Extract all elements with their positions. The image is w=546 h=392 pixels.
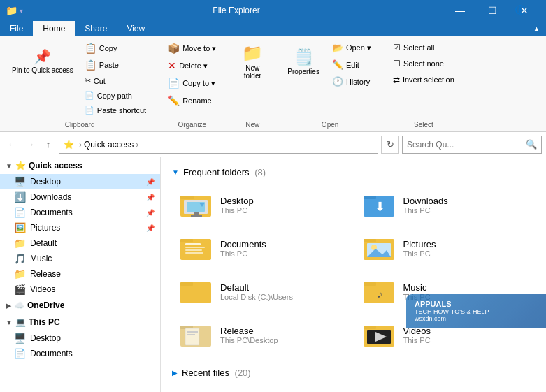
folder-item-desktop[interactable]: Desktop This PC [172, 184, 352, 225]
music-name: Music [403, 282, 431, 293]
downloads-name: Downloads [403, 196, 448, 206]
delete-button[interactable]: ✕ Delete ▾ [163, 58, 213, 73]
open-button[interactable]: 📂 Open ▾ [327, 41, 376, 55]
path-star-icon: ⭐ [64, 140, 74, 150]
forward-button[interactable]: → [22, 137, 38, 152]
recent-count: (20) [235, 368, 251, 378]
onedrive-label: OneDrive [27, 300, 64, 310]
path-separator: › [79, 140, 82, 150]
folder-item-release[interactable]: Release This PC\Desktop [172, 314, 352, 355]
desktop-icon: 🖥️ [14, 176, 26, 187]
paste-shortcut-button[interactable]: 📄 Paste shortcut [80, 103, 151, 117]
sidebar-item-downloads[interactable]: ⬇️ Downloads 📌 [0, 189, 160, 205]
svg-rect-29 [187, 331, 198, 333]
new-label: New [245, 119, 259, 130]
search-box[interactable]: 🔍 [402, 136, 542, 154]
ribbon-info-icon: ⓘ [515, 4, 525, 17]
invert-selection-button[interactable]: ⇄ Invert selection [388, 73, 459, 87]
select-none-icon: ☐ [393, 59, 401, 68]
videos-icon: 🎬 [14, 284, 26, 295]
pictures-folder-svg [363, 235, 396, 261]
sidebar-section-onedrive[interactable]: ▶ ☁️ OneDrive [0, 297, 160, 314]
paste-button[interactable]: 📋 Paste [80, 57, 151, 73]
tab-file[interactable]: File [0, 21, 33, 36]
folder-item-videos[interactable]: Videos This PC [355, 314, 536, 355]
paste-shortcut-label: Paste shortcut [97, 106, 146, 115]
select-none-button[interactable]: ☐ Select none [388, 57, 449, 71]
sidebar-pictures-label: Pictures [30, 223, 60, 233]
move-to-button[interactable]: 📦 Move to ▾ [163, 41, 221, 56]
organize-group: 📦 Move to ▾ ✕ Delete ▾ 📄 Copy to ▾ ✏️ Re… [157, 38, 227, 130]
edit-button[interactable]: ✏️ Edit [327, 57, 376, 72]
sidebar-desktop-label: Desktop [30, 177, 61, 187]
sidebar-release-label: Release [30, 269, 61, 279]
sidebar-default-label: Default [30, 238, 57, 248]
delete-icon: ✕ [168, 60, 176, 71]
folder-item-default[interactable]: Default Local Disk (C:)\Users [172, 271, 352, 312]
this-pc-docs-icon: 📄 [14, 348, 26, 359]
tab-share[interactable]: Share [75, 21, 117, 36]
rename-button[interactable]: ✏️ Rename [163, 93, 217, 108]
sidebar-item-pictures[interactable]: 🖼️ Pictures 📌 [0, 220, 160, 235]
recent-expand-icon: ▶ [172, 369, 178, 377]
copy-button[interactable]: 📋 Copy [80, 41, 151, 56]
invert-label: Invert selection [403, 75, 454, 84]
pictures-icon: 🖼️ [14, 222, 26, 233]
release-folder-icon-wrap [180, 321, 213, 349]
default-folder-icon-wrap [180, 277, 213, 305]
search-input[interactable] [407, 140, 523, 150]
sidebar-item-desktop[interactable]: 🖥️ Desktop 📌 [0, 174, 160, 189]
copy-path-label: Copy path [97, 92, 132, 100]
release-icon: 📁 [14, 268, 26, 280]
sidebar-section-this-pc[interactable]: ▼ 💻 This PC [0, 314, 160, 331]
tab-view[interactable]: View [117, 21, 155, 36]
folder-item-music[interactable]: ♪ Music This PC [355, 271, 536, 312]
frequent-folders-header[interactable]: ▼ Frequent folders (8) [172, 163, 535, 182]
ribbon-collapse-icon[interactable]: ▲ [533, 24, 540, 33]
select-all-button[interactable]: ☑ Select all [388, 41, 440, 55]
refresh-button[interactable]: ↻ [381, 136, 399, 154]
history-label: History [346, 78, 370, 86]
history-button[interactable]: 🕐 History [327, 74, 376, 89]
svg-rect-13 [185, 247, 205, 248]
organize-content: 📦 Move to ▾ ✕ Delete ▾ 📄 Copy to ▾ ✏️ Re… [163, 38, 221, 119]
sidebar-section-quick-access[interactable]: ▼ ⭐ Quick access [0, 157, 160, 174]
folder-item-documents[interactable]: Documents This PC [172, 228, 352, 268]
sidebar-item-documents[interactable]: 📄 Documents 📌 [0, 205, 160, 220]
sidebar-item-release[interactable]: 📁 Release [0, 266, 160, 282]
copy-path-button[interactable]: 📄 Copy path [80, 89, 151, 102]
new-folder-button[interactable]: 📁 Newfolder [233, 41, 272, 82]
tab-home[interactable]: Home [33, 21, 75, 36]
sidebar-item-this-pc-desktop[interactable]: 🖥️ Desktop [0, 331, 160, 346]
copy-to-button[interactable]: 📄 Copy to ▾ [163, 75, 220, 91]
svg-rect-24 [364, 282, 376, 286]
new-folder-icon: 📁 [242, 43, 263, 63]
default-folder-svg [180, 278, 213, 305]
onedrive-expand-icon: ▶ [6, 302, 11, 310]
default-folder-info: Default Local Disk (C:)\Users [220, 282, 293, 301]
up-button[interactable]: ↑ [41, 137, 56, 152]
recent-files-header[interactable]: ▶ Recent files (20) [172, 363, 535, 382]
folder-item-downloads[interactable]: ⬇ Downloads This PC [355, 184, 536, 225]
sidebar-item-default[interactable]: 📁 Default [0, 235, 160, 251]
copy-label: Copy [99, 44, 117, 52]
sidebar-item-music[interactable]: 🎵 Music [0, 251, 160, 266]
sidebar-item-videos[interactable]: 🎬 Videos [0, 282, 160, 297]
folder-item-pictures[interactable]: Pictures This PC [355, 228, 536, 268]
minimize-button[interactable]: — [444, 0, 476, 21]
open-label: Open ▾ [346, 43, 371, 52]
maximize-button[interactable]: ☐ [476, 0, 508, 21]
sidebar-item-this-pc-documents[interactable]: 📄 Documents [0, 346, 160, 361]
pin-quick-access-button[interactable]: 📌 Pin to Quick access [8, 41, 77, 82]
frequent-count: (8) [254, 167, 266, 177]
music-folder-info: Music This PC [403, 282, 431, 301]
paste-label: Paste [99, 61, 119, 69]
select-label: Select [414, 119, 433, 130]
cut-button[interactable]: ✂ Cut [80, 74, 151, 87]
back-button[interactable]: ← [4, 137, 20, 152]
properties-button[interactable]: 🗒️ Properties [284, 41, 323, 82]
pin-indicator-pictures: 📌 [146, 224, 155, 232]
address-path[interactable]: ⭐ › Quick access › [59, 136, 378, 154]
path-quick-access: Quick access [84, 140, 134, 150]
svg-text:⬇: ⬇ [374, 200, 385, 214]
